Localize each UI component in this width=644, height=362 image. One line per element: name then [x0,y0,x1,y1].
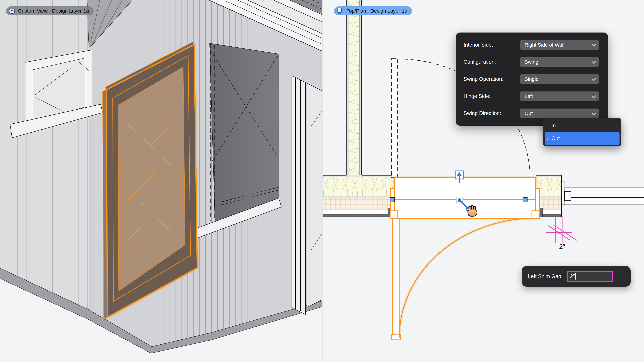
app-canvas: Custom View Design Layer-1a Top/Plan Des… [0,0,644,362]
pane-divider [322,0,322,362]
settings-row: Hinge Side: Left [456,91,608,101]
grab-hand-cursor [468,205,477,216]
cube-icon [9,7,15,14]
door-jamb-right [535,189,539,211]
swing-operation-label: Swing Operation: [456,76,520,82]
layer-name: Design Layer-1a [370,8,407,14]
swing-operation-select[interactable]: Single [520,74,599,84]
menu-item-out[interactable]: ✓ Out [545,132,620,145]
swing-direction-select[interactable]: Out [520,108,599,118]
door-corner-right [532,211,540,219]
interior-side-select[interactable]: Right Side of Wall [520,40,599,50]
resize-handle-left[interactable] [390,198,394,202]
door-leaf-open [393,218,399,336]
chevron-down-icon [592,76,596,81]
left-shim-gap-label: Left Shim Gap: [528,273,563,279]
right-window-strip [292,76,322,315]
adjacent-door-hinge [564,191,571,201]
layer-name: Design Layer-1a [52,8,89,14]
selected-door-3d[interactable] [103,42,197,319]
view-badge-custom-view[interactable]: Custom View Design Layer-1a [6,6,94,15]
swing-direction-label: Swing Direction: [456,110,520,116]
view-3d-custom [0,0,322,362]
plan-view-icon [337,7,344,14]
settings-row: Swing Operation: Single [456,74,608,84]
plan-wall-vertical [347,0,362,176]
left-wall-siding [0,0,89,310]
adjacent-door-leaf [565,187,644,205]
configuration-label: Configuration: [456,59,520,65]
chevron-down-icon [592,93,596,98]
settings-row: Interior Side: Right Side of Wall [456,40,608,50]
left-shim-gap-input[interactable]: 2" [567,271,613,282]
door-settings-panel: Interior Side: Right Side of Wall Config… [456,32,608,126]
configuration-select[interactable]: Swing [520,57,599,67]
settings-row: Configuration: Swing [456,57,608,67]
door-opening-interior [210,43,279,222]
chevron-down-icon [592,42,596,47]
text-caret [575,273,576,280]
interior-side-label: Interior Side: [456,42,520,48]
hinge-side-select[interactable]: Left [520,91,599,101]
settings-row: Swing Direction: Out [456,108,608,118]
view-name: Custom View [18,8,48,14]
plan-wall-left-segment [323,175,394,217]
swing-direction-menu: In ✓ Out [543,118,621,146]
view-badge-top-plan[interactable]: Top/Plan Design Layer-1a [334,6,412,15]
chevron-down-icon [592,59,596,64]
door-rough-opening [394,178,536,218]
resize-handle-right[interactable] [523,198,527,202]
menu-item-in[interactable]: In [545,119,620,132]
door-corner-left [390,211,398,219]
shim-gap-value: 2" [570,273,575,279]
checkmark-icon: ✓ [545,136,552,141]
view-name: Top/Plan [346,8,366,14]
chevron-down-icon [592,111,596,115]
shim-gap-dimension-label: 2″ [550,243,574,250]
shim-gap-panel: Left Shim Gap: 2" [522,266,630,287]
hinge-side-label: Hinge Side: [456,93,520,99]
